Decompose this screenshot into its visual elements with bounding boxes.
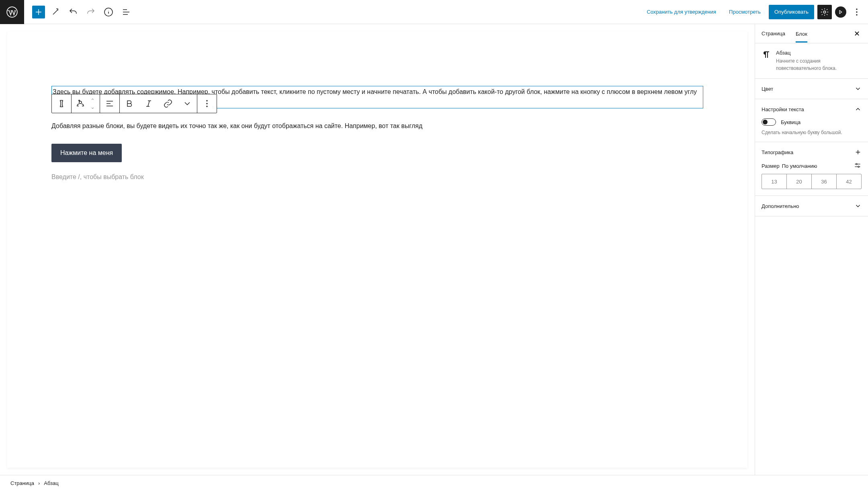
canvas-area: ⌃ ⌄ Здесь вы будете добавлять соде (0, 24, 755, 475)
svg-point-6 (207, 100, 207, 101)
dropcap-help: Сделать начальную букву большой. (762, 130, 862, 135)
svg-point-9 (856, 163, 857, 165)
block-toolbar: ⌃ ⌄ (51, 94, 217, 113)
color-panel[interactable]: Цвет (755, 79, 868, 99)
typography-panel: Типографика Размер По умолчанию 13 20 36… (755, 142, 868, 196)
size-option-13[interactable]: 13 (762, 174, 787, 189)
size-option-36[interactable]: 36 (812, 174, 837, 189)
dropcap-toggle[interactable] (762, 118, 776, 126)
paragraph-block[interactable]: Добавляя разные блоки, вы будете видеть … (51, 120, 703, 131)
publish-button[interactable]: Опубликовать (769, 5, 814, 19)
wp-logo[interactable] (0, 0, 24, 24)
block-appender[interactable]: Введите /, чтобы выбрать блок (51, 173, 703, 181)
tab-block[interactable]: Блок (796, 25, 807, 43)
tools-button[interactable] (48, 5, 63, 19)
breadcrumb-block[interactable]: Абзац (44, 480, 58, 486)
block-type-button[interactable] (52, 94, 71, 113)
block-description: Начните с создания повествовательного бл… (776, 57, 862, 72)
custom-size-button[interactable] (854, 161, 862, 171)
chevron-down-icon (854, 85, 862, 92)
settings-sidebar: Страница Блок ✕ Абзац Начните с создания… (755, 24, 868, 475)
info-button[interactable] (101, 5, 116, 19)
chevron-down-icon (854, 202, 862, 210)
block-options-button[interactable] (197, 94, 217, 113)
toolbar-right: Сохранить для утверждения Просмотреть Оп… (642, 5, 868, 19)
font-size-options: 13 20 36 42 (762, 174, 862, 189)
content-button-block[interactable]: Нажмите на меня (51, 144, 122, 162)
more-menu-button[interactable] (850, 5, 864, 19)
size-option-20[interactable]: 20 (787, 174, 812, 189)
toolbar-left (24, 5, 133, 19)
svg-point-2 (823, 11, 826, 13)
typography-label: Типографика (762, 149, 793, 155)
plus-icon (854, 149, 862, 156)
advanced-panel[interactable]: Дополнительно (755, 196, 868, 216)
dropcap-label: Буквица (781, 119, 800, 125)
color-label: Цвет (762, 86, 773, 92)
close-sidebar-button[interactable]: ✕ (852, 29, 862, 39)
svg-point-5 (856, 14, 857, 15)
save-draft-button[interactable]: Сохранить для утверждения (642, 5, 721, 19)
move-up-button[interactable]: ⌃ (88, 98, 96, 103)
tab-page[interactable]: Страница (762, 25, 785, 42)
text-settings-panel: Настройки текста Буквица Сделать начальн… (755, 99, 868, 142)
size-label: Размер (762, 163, 780, 169)
sidebar-tabs: Страница Блок ✕ (755, 24, 868, 43)
text-settings-label: Настройки текста (762, 106, 804, 112)
svg-point-4 (856, 12, 857, 12)
drag-handle[interactable] (75, 94, 86, 113)
undo-button[interactable] (66, 5, 80, 19)
svg-point-0 (7, 7, 17, 17)
page-content: ⌃ ⌄ Здесь вы будете добавлять соде (7, 31, 747, 468)
breadcrumb-page[interactable]: Страница (10, 480, 34, 486)
italic-button[interactable] (139, 94, 158, 113)
svg-point-3 (856, 9, 857, 10)
add-block-button[interactable] (32, 6, 45, 18)
advanced-label: Дополнительно (762, 203, 799, 209)
list-view-button[interactable] (119, 5, 133, 19)
breadcrumb-separator: › (38, 480, 40, 486)
align-button[interactable] (100, 94, 119, 113)
svg-point-10 (858, 166, 859, 167)
more-formatting-button[interactable] (178, 94, 197, 113)
jetpack-button[interactable] (835, 6, 846, 18)
bold-button[interactable] (120, 94, 139, 113)
svg-point-8 (207, 106, 207, 107)
editor-header: Сохранить для утверждения Просмотреть Оп… (0, 0, 868, 24)
paragraph-icon (762, 50, 771, 59)
preview-button[interactable]: Просмотреть (724, 5, 766, 19)
main-area: ⌃ ⌄ Здесь вы будете добавлять соде (0, 24, 868, 475)
breadcrumb: Страница › Абзац (0, 475, 868, 491)
settings-button[interactable] (817, 5, 832, 19)
size-option-42[interactable]: 42 (837, 174, 861, 189)
block-title: Абзац (776, 50, 862, 56)
block-info-panel: Абзац Начните с создания повествовательн… (755, 43, 868, 79)
svg-point-7 (207, 103, 207, 104)
redo-button[interactable] (84, 5, 98, 19)
move-down-button[interactable]: ⌄ (88, 104, 96, 110)
size-default: По умолчанию (782, 163, 817, 169)
link-button[interactable] (158, 94, 178, 113)
chevron-up-icon (854, 106, 862, 113)
